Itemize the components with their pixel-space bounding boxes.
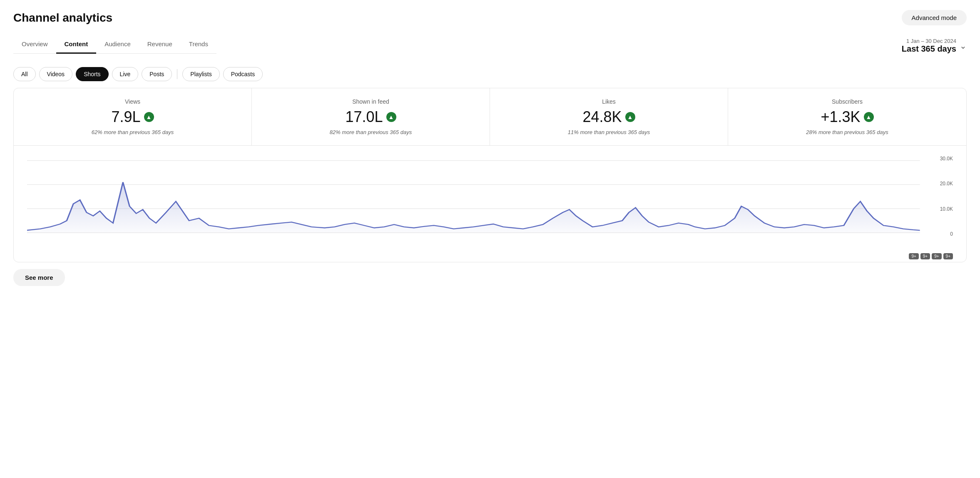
date-range-selector[interactable]: 1 Jan – 30 Dec 2024 Last 365 days ⌄ — [902, 38, 967, 54]
filter-chip-videos[interactable]: Videos — [39, 67, 73, 81]
stat-cell-likes: Likes24.8K▲11% more than previous 365 da… — [490, 88, 728, 145]
stat-label-likes: Likes — [503, 98, 714, 105]
stat-compare-shown-in-feed: 82% more than previous 365 days — [265, 129, 476, 135]
chart-badge-3: 9+ — [932, 253, 941, 259]
page-title: Channel analytics — [13, 11, 112, 25]
stat-value-row-subscribers: +1.3K▲ — [741, 108, 953, 126]
stats-grid: Views7.9L▲62% more than previous 365 day… — [14, 88, 966, 145]
stat-cell-views: Views7.9L▲62% more than previous 365 day… — [14, 88, 252, 145]
trend-up-icon-likes: ▲ — [625, 112, 635, 122]
stat-label-subscribers: Subscribers — [741, 98, 953, 105]
stat-value-row-shown-in-feed: 17.0L▲ — [265, 108, 476, 126]
see-more-button[interactable]: See more — [13, 269, 65, 286]
filter-chip-all[interactable]: All — [13, 67, 36, 81]
stat-value-views: 7.9L — [111, 108, 140, 126]
chart-svg — [27, 156, 953, 252]
stat-label-shown-in-feed: Shown in feed — [265, 98, 476, 105]
chip-divider — [177, 69, 177, 79]
stat-value-row-views: 7.9L▲ — [27, 108, 238, 126]
nav-tabs: OverviewContentAudienceRevenueTrends — [13, 35, 216, 54]
chart-x-labels: 1 Jan 2024 2 Mar 2024 1 May 2024 1 Jul 2… — [27, 261, 953, 262]
date-range-sub: 1 Jan – 30 Dec 2024 — [906, 38, 956, 44]
nav-tab-trends[interactable]: Trends — [181, 35, 216, 54]
chart-badge-4: 9+ — [943, 253, 953, 259]
stat-compare-subscribers: 28% more than previous 365 days — [741, 129, 953, 135]
date-range-text: 1 Jan – 30 Dec 2024 Last 365 days — [902, 38, 956, 54]
stat-compare-views: 62% more than previous 365 days — [27, 129, 238, 135]
filter-chip-playlists[interactable]: Playlists — [182, 67, 219, 81]
stat-compare-likes: 11% more than previous 365 days — [503, 129, 714, 135]
trend-up-icon-subscribers: ▲ — [864, 112, 874, 122]
nav-tab-audience[interactable]: Audience — [96, 35, 139, 54]
chart-badge-1: 9+ — [909, 253, 918, 259]
trend-up-icon-shown-in-feed: ▲ — [386, 112, 396, 122]
stat-value-shown-in-feed: 17.0L — [345, 108, 383, 126]
stat-value-subscribers: +1.3K — [821, 108, 860, 126]
nav-tab-revenue[interactable]: Revenue — [139, 35, 181, 54]
trend-up-icon-views: ▲ — [144, 112, 154, 122]
main-content: Views7.9L▲62% more than previous 365 day… — [13, 88, 967, 262]
filter-chip-podcasts[interactable]: Podcasts — [223, 67, 263, 81]
stat-value-row-likes: 24.8K▲ — [503, 108, 714, 126]
page-header: Channel analytics Advanced mode — [13, 10, 967, 25]
filter-chip-posts[interactable]: Posts — [142, 67, 172, 81]
stat-label-views: Views — [27, 98, 238, 105]
chevron-down-icon: ⌄ — [960, 41, 967, 51]
chart-area: 30.0K 20.0K 10.0K 0 9+ 9+ 9+ 9+ 1 Jan 20… — [14, 145, 966, 262]
advanced-mode-button[interactable]: Advanced mode — [902, 10, 967, 25]
filter-chip-shorts[interactable]: Shorts — [76, 67, 108, 81]
nav-tab-content[interactable]: Content — [56, 35, 97, 54]
date-range-main: Last 365 days — [902, 44, 956, 54]
filter-chip-live[interactable]: Live — [112, 67, 139, 81]
chart-badge-row: 9+ 9+ 9+ 9+ — [27, 253, 953, 259]
stat-value-likes: 24.8K — [582, 108, 622, 126]
stat-cell-subscribers: Subscribers+1.3K▲28% more than previous … — [728, 88, 966, 145]
stat-cell-shown-in-feed: Shown in feed17.0L▲82% more than previou… — [252, 88, 490, 145]
top-bar: OverviewContentAudienceRevenueTrends 1 J… — [13, 35, 967, 54]
chart-badge-2: 9+ — [920, 253, 930, 259]
filter-chips: AllVideosShortsLivePostsPlaylistsPodcast… — [13, 60, 967, 88]
nav-tab-overview[interactable]: Overview — [13, 35, 56, 54]
